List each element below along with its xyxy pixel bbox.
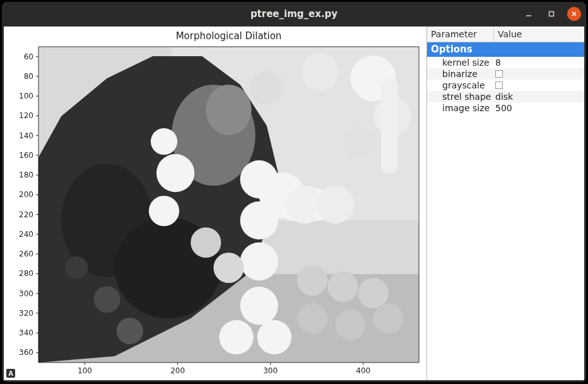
y-tick-label: 300 (19, 289, 33, 298)
svg-point-12 (206, 85, 251, 135)
tree-header: Parameter Value (427, 27, 584, 42)
y-tick-label: 100 (19, 92, 33, 100)
svg-point-15 (156, 154, 194, 192)
svg-point-16 (149, 196, 179, 226)
y-tick-label: 260 (19, 249, 33, 258)
param-value[interactable]: 500 (494, 103, 584, 113)
y-tick-label: 320 (19, 309, 33, 318)
column-header-value[interactable]: Value (494, 27, 584, 42)
plot-title: Morphological Dilation (176, 30, 282, 42)
svg-point-35 (358, 278, 389, 308)
param-name: grayscale (427, 80, 494, 90)
param-name: binarize (427, 69, 494, 79)
param-value[interactable] (494, 70, 584, 78)
titlebar[interactable]: ptree_img_ex.py (2, 2, 586, 26)
svg-point-39 (93, 286, 120, 313)
y-tick-label: 220 (19, 210, 33, 219)
parameter-tree: Parameter Value Options kernel size8bina… (426, 27, 584, 380)
svg-point-24 (240, 243, 278, 280)
y-tick-label: 180 (19, 171, 33, 179)
content-area: Morphological Dilation100200300400608010… (4, 26, 584, 380)
x-tick-label: 100 (78, 366, 92, 375)
svg-point-25 (240, 287, 278, 325)
app-window: ptree_img_ex.py Morphological Dilation10… (2, 2, 586, 382)
svg-point-21 (343, 126, 373, 157)
param-row-strel-shape[interactable]: strel shapedisk (427, 91, 584, 102)
y-tick-label: 200 (19, 190, 33, 199)
x-tick-label: 300 (263, 366, 278, 375)
svg-point-31 (191, 227, 221, 258)
svg-point-18 (301, 53, 339, 91)
svg-point-29 (219, 320, 253, 354)
x-tick-label: 200 (170, 366, 185, 375)
maximize-icon (548, 10, 555, 18)
plot-canvas[interactable]: Morphological Dilation100200300400608010… (4, 27, 426, 380)
svg-point-37 (335, 309, 365, 340)
close-button[interactable] (567, 7, 581, 21)
svg-point-34 (327, 272, 358, 302)
param-name: image size (427, 103, 494, 113)
column-header-parameter[interactable]: Parameter (427, 27, 494, 42)
window-controls (522, 2, 581, 26)
minimize-icon (525, 10, 532, 18)
plot-image (38, 47, 419, 363)
svg-point-33 (297, 265, 327, 296)
render-badge: A (6, 369, 15, 378)
svg-point-38 (373, 303, 404, 333)
param-name: strel shape (427, 92, 494, 102)
y-tick-label: 140 (19, 131, 33, 140)
param-row-kernel-size[interactable]: kernel size8 (427, 57, 584, 68)
y-tick-label: 280 (19, 269, 33, 278)
tree-body: Options kernel size8binarizegrayscalestr… (427, 42, 584, 380)
svg-rect-42 (381, 78, 398, 173)
svg-point-41 (117, 318, 143, 344)
y-tick-label: 160 (19, 151, 33, 160)
y-tick-label: 340 (19, 328, 33, 337)
checkbox[interactable] (495, 70, 503, 78)
param-row-binarize[interactable]: binarize (427, 68, 584, 80)
param-row-image-size[interactable]: image size500 (427, 102, 584, 114)
y-tick-label: 80 (24, 72, 33, 81)
y-tick-label: 240 (19, 230, 33, 239)
svg-point-17 (250, 71, 284, 105)
maximize-button[interactable] (544, 7, 558, 21)
param-value[interactable]: 8 (494, 57, 584, 68)
checkbox[interactable] (495, 81, 503, 89)
minimize-button[interactable] (522, 7, 536, 21)
svg-point-32 (213, 253, 244, 283)
svg-point-40 (65, 256, 88, 279)
svg-point-36 (297, 303, 327, 333)
param-value[interactable]: disk (494, 92, 584, 102)
plot-pane: Morphological Dilation100200300400608010… (4, 27, 426, 380)
y-tick-label: 360 (19, 348, 33, 357)
close-icon (570, 10, 578, 18)
svg-rect-1 (550, 12, 554, 16)
group-options[interactable]: Options (427, 42, 584, 57)
window-title: ptree_img_ex.py (2, 8, 586, 20)
svg-point-14 (151, 128, 177, 155)
svg-point-30 (257, 320, 291, 354)
y-tick-label: 120 (19, 111, 33, 120)
x-tick-label: 400 (356, 366, 370, 375)
svg-point-28 (316, 186, 354, 224)
y-tick-label: 60 (24, 52, 33, 61)
param-value[interactable] (494, 81, 584, 89)
param-name: kernel size (427, 57, 494, 68)
param-row-grayscale[interactable]: grayscale (427, 80, 584, 91)
